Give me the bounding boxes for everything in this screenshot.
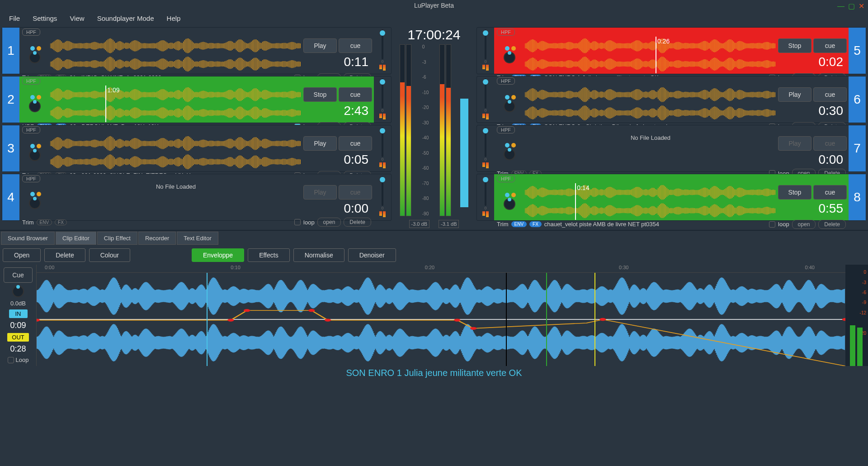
fader[interactable]: 0 (374, 28, 391, 74)
play-button[interactable]: Play (303, 185, 337, 200)
menu-view[interactable]: View (70, 14, 84, 22)
cue-button[interactable]: cue (339, 38, 372, 53)
waveform[interactable]: 0:14 (525, 183, 776, 220)
loop-checkbox[interactable] (294, 219, 301, 225)
player-number: 2 (2, 76, 19, 123)
delete-button[interactable]: Delete (818, 220, 846, 229)
hpf-button[interactable]: HPF (22, 77, 40, 85)
waveform[interactable]: 0:26 (525, 37, 776, 73)
fx-button[interactable]: FX (529, 221, 542, 227)
trim-knob[interactable] (29, 149, 41, 161)
tab-sound-browser[interactable]: Sound Browser (1, 232, 55, 245)
waveform[interactable] (525, 86, 776, 122)
cue-button[interactable]: cue (813, 38, 847, 53)
open-button[interactable]: Open (3, 248, 41, 262)
menu-file[interactable]: File (9, 14, 20, 22)
cue-button[interactable]: Cue (4, 267, 33, 283)
cue-button[interactable]: cue (339, 185, 372, 200)
in-marker-badge[interactable]: IN (9, 309, 28, 318)
footer-track-name: SON ENRO 1 Julia jeune militante verte O… (0, 366, 868, 380)
trim-knob[interactable] (504, 52, 515, 63)
editor-waveform[interactable]: 0:00 0:10 0:20 0:30 0:40 (36, 265, 845, 366)
dot-orange-icon (37, 192, 41, 196)
maximize-icon[interactable]: ▢ (848, 1, 855, 12)
hpf-button[interactable]: HPF (22, 29, 40, 36)
play-button[interactable]: Play (778, 136, 811, 151)
dot-cyan-icon (505, 193, 509, 197)
trim-knob[interactable] (29, 197, 41, 209)
minimize-icon[interactable]: — (837, 1, 844, 12)
tab-text-editor[interactable]: Text Editor (177, 232, 218, 245)
fader[interactable]: 0 (374, 76, 391, 123)
tab-clip-effect[interactable]: Clip Effect (97, 232, 137, 245)
fader[interactable]: 0 (374, 174, 391, 220)
play-button[interactable]: Play (778, 87, 811, 102)
in-marker-line[interactable] (207, 273, 208, 366)
loop-label: Loop (16, 357, 29, 363)
trim-knob[interactable] (29, 100, 41, 112)
hpf-button[interactable]: HPF (22, 175, 40, 182)
out-marker-badge[interactable]: OUT (7, 333, 28, 342)
delete-button[interactable]: Delete (344, 218, 371, 227)
loop-checkbox[interactable] (769, 221, 775, 228)
hpf-button[interactable]: HPF (497, 175, 515, 182)
normalise-button[interactable]: Normalise (293, 248, 344, 262)
fx-button[interactable]: FX (55, 219, 67, 225)
menu-settings[interactable]: Settings (33, 14, 57, 22)
delete-button[interactable]: Delete (44, 248, 85, 262)
trim-knob[interactable] (504, 198, 515, 210)
play-button[interactable]: Stop (303, 87, 337, 102)
fader[interactable]: 0 (477, 76, 494, 123)
trim-knob[interactable] (504, 148, 515, 160)
tab-clip-editor[interactable]: Clip Editor (56, 232, 96, 245)
enveloppe-button[interactable]: Enveloppe (192, 248, 244, 262)
play-button[interactable]: Play (303, 38, 337, 53)
colour-button[interactable]: Colour (89, 248, 130, 262)
cue-button[interactable]: cue (813, 185, 847, 200)
dot-cyan-icon (30, 95, 35, 100)
denoiser-button[interactable]: Denoiser (348, 248, 396, 262)
tab-recorder[interactable]: Recorder (138, 232, 176, 245)
play-button[interactable]: Stop (778, 38, 811, 53)
play-button[interactable]: Play (303, 136, 337, 151)
waveform[interactable]: No File Loaded (525, 134, 776, 169)
menu-help[interactable]: Help (167, 14, 181, 22)
app-title: LuPlayer Beta (414, 2, 454, 9)
waveform[interactable]: No File Loaded (50, 183, 302, 218)
fader[interactable]: 0 (477, 28, 494, 74)
cue-button[interactable]: cue (339, 136, 372, 151)
blue-meter (460, 99, 468, 207)
cue-button[interactable]: cue (813, 87, 847, 102)
env-button[interactable]: ENV (37, 219, 52, 225)
marker-green[interactable] (546, 273, 547, 366)
close-icon[interactable]: ✕ (859, 1, 864, 12)
gain-knob[interactable] (12, 285, 24, 297)
fader[interactable]: 0 (374, 125, 391, 171)
fader[interactable]: 0 (477, 174, 494, 220)
trim-knob[interactable] (504, 100, 515, 112)
open-button[interactable]: open (317, 218, 341, 227)
menu-soundplayer-mode[interactable]: Soundplayer Mode (97, 14, 154, 22)
out-marker-line[interactable] (594, 273, 595, 366)
env-button[interactable]: ENV (511, 221, 527, 227)
hpf-button[interactable]: HPF (22, 126, 40, 133)
loop-checkbox[interactable] (8, 357, 14, 363)
fader[interactable]: 0 (477, 125, 494, 171)
trim-knob[interactable] (29, 52, 41, 63)
out-time: 0:28 (10, 344, 26, 354)
effects-button[interactable]: Effects (248, 248, 290, 262)
player-5: 5 HPF 0:26 Stop cue 0:02 (476, 27, 866, 74)
waveform[interactable]: 1:09 (50, 86, 302, 122)
waveform[interactable] (50, 37, 302, 73)
hpf-button[interactable]: HPF (497, 77, 515, 85)
hpf-button[interactable]: HPF (497, 29, 515, 36)
cue-button[interactable]: cue (813, 136, 847, 151)
open-button[interactable]: open (792, 220, 816, 229)
playhead-line[interactable] (506, 273, 507, 366)
hpf-button[interactable]: HPF (497, 126, 515, 133)
cue-button[interactable]: cue (339, 87, 372, 102)
loop-label: loop (303, 219, 315, 226)
play-button[interactable]: Stop (778, 185, 811, 200)
waveform[interactable] (50, 134, 302, 171)
editor-tabs: Sound Browser Clip Editor Clip Effect Re… (0, 231, 868, 246)
